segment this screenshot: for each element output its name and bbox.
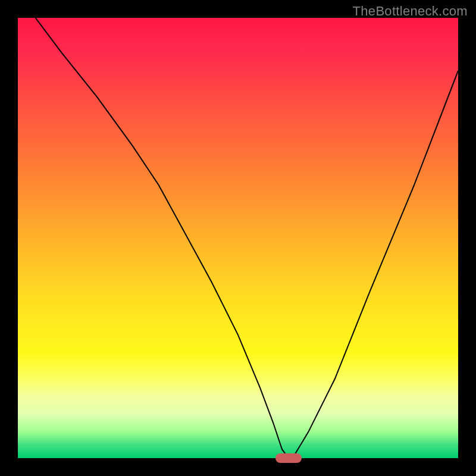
plot-area bbox=[18, 18, 458, 458]
curve-svg bbox=[18, 18, 458, 458]
bottleneck-curve-path bbox=[36, 18, 458, 458]
chart-frame: TheBottleneck.com bbox=[0, 0, 476, 476]
watermark-label: TheBottleneck.com bbox=[353, 4, 468, 19]
min-marker bbox=[275, 453, 302, 463]
